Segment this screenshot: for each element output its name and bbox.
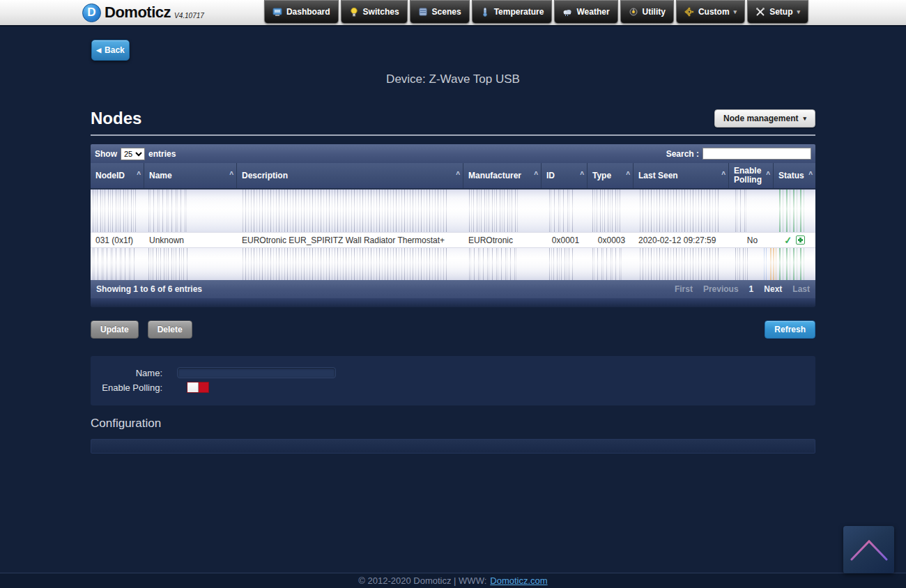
nav-item-weather[interactable]: Weather — [554, 0, 617, 24]
sort-caret-icon: ^ — [137, 170, 141, 179]
show-label: Show — [95, 149, 117, 159]
scroll-to-top-button[interactable] — [843, 526, 894, 573]
node-management-label: Node management — [723, 114, 798, 123]
sort-caret-icon: ^ — [721, 170, 725, 179]
pagination-first[interactable]: First — [675, 284, 693, 294]
blurred-warning-icon — [770, 248, 776, 280]
configuration-title: Configuration — [91, 417, 815, 431]
section-divider — [91, 134, 815, 136]
column-header-name[interactable]: Name^ — [144, 163, 237, 188]
pagination-last[interactable]: Last — [792, 284, 810, 294]
nav-label: Utility — [643, 7, 666, 17]
chevron-up-icon — [847, 536, 891, 564]
name-field[interactable] — [177, 367, 336, 378]
name-field-label: Name: — [91, 368, 162, 378]
nodes-section-title: Nodes — [91, 109, 141, 128]
domoticz-logo: D Domoticz V4.10717 — [82, 0, 204, 25]
table-toolbar: Show 25 entries Search : — [91, 144, 815, 163]
cell-description: EUROtronic EUR_SPIRITZ Wall Radiator The… — [237, 235, 463, 245]
cell-id: 0x0001 — [542, 235, 588, 245]
gear-icon — [684, 7, 694, 17]
logo-text: Domoticz — [105, 3, 171, 22]
page-footer: © 2012-2020 Domoticz | WWW: Domoticz.com — [0, 573, 906, 588]
nav-label: Custom — [698, 7, 730, 17]
sort-caret-icon: ^ — [580, 170, 584, 179]
cell-name: Unknown — [144, 235, 237, 245]
page-title: Device: Z-Wave Top USB — [0, 72, 906, 86]
nav-item-dashboard[interactable]: Dashboard — [264, 0, 339, 24]
lightbulb-icon — [349, 7, 359, 17]
page-length-control: Show 25 entries — [95, 148, 176, 160]
toggle-off-track — [199, 382, 208, 392]
sort-caret-icon: ^ — [456, 170, 460, 179]
nav-item-switches[interactable]: Switches — [341, 0, 408, 24]
column-header-lastseen[interactable]: Last Seen^ — [634, 163, 729, 188]
nav-item-setup[interactable]: Setup ▾ — [747, 0, 808, 24]
table-actions: Update Delete Refresh — [91, 320, 815, 339]
chevron-down-icon: ▾ — [803, 115, 806, 122]
enable-polling-toggle[interactable] — [187, 382, 209, 393]
nav-label: Dashboard — [286, 7, 330, 17]
back-arrow-icon: ◀ — [96, 47, 101, 54]
cell-enable-polling: No — [729, 235, 774, 245]
search-label: Search : — [666, 149, 699, 159]
cell-status: ✓ — [774, 235, 815, 246]
node-management-button[interactable]: Node management ▾ — [714, 109, 815, 127]
nav-item-temperature[interactable]: Temperature — [472, 0, 553, 24]
column-header-description[interactable]: Description^ — [237, 163, 463, 188]
pagination: First Previous 1 Next Last — [675, 284, 810, 294]
pagination-previous[interactable]: Previous — [703, 284, 739, 294]
sort-caret-icon: ^ — [766, 170, 770, 179]
column-header-manufacturer[interactable]: Manufacturer^ — [463, 163, 542, 188]
table-footer-bar: Showing 1 to 6 of 6 entries First Previo… — [91, 280, 815, 298]
entries-label: entries — [148, 149, 176, 159]
blurred-table-rows-top — [91, 188, 815, 232]
sort-caret-icon: ^ — [229, 170, 233, 179]
column-header-status[interactable]: Status^ — [774, 163, 815, 188]
delete-button[interactable]: Delete — [148, 320, 192, 339]
update-button[interactable]: Update — [91, 320, 139, 339]
configuration-panel — [91, 439, 815, 454]
tools-icon — [755, 7, 765, 17]
add-node-icon[interactable] — [796, 235, 805, 245]
cloud-icon — [562, 7, 572, 17]
node-edit-panel: Name: Enable Polling: — [91, 356, 815, 405]
column-header-nodeid[interactable]: NodeID^ — [91, 163, 144, 188]
column-header-type[interactable]: Type^ — [588, 163, 634, 188]
gauge-icon — [629, 7, 638, 17]
cell-lastseen: 2020-02-12 09:27:59 — [634, 235, 729, 245]
domoticz-link[interactable]: Domoticz.com — [490, 575, 547, 586]
main-content: Nodes Node management ▾ Show 25 entries … — [91, 109, 815, 454]
scenes-icon — [418, 7, 428, 17]
page-length-select[interactable]: 25 — [121, 148, 145, 160]
table-info-text: Showing 1 to 6 of 6 entries — [96, 284, 202, 294]
column-header-id[interactable]: ID^ — [542, 163, 588, 188]
back-button[interactable]: ◀ Back — [91, 40, 130, 61]
nodes-table: Show 25 entries Search : NodeID^ Name^ D… — [91, 144, 815, 307]
blurred-status-icons — [779, 189, 806, 232]
thermometer-icon — [480, 7, 490, 17]
nav-item-scenes[interactable]: Scenes — [410, 0, 470, 24]
nav-item-utility[interactable]: Utility — [620, 0, 674, 24]
top-navbar: D Domoticz V4.10717 Dashboard Switches S… — [0, 0, 906, 26]
nav-item-custom[interactable]: Custom ▾ — [676, 0, 745, 24]
sort-caret-icon: ^ — [808, 170, 813, 179]
domoticz-logo-icon: D — [82, 3, 101, 22]
cell-type: 0x0003 — [588, 235, 634, 245]
column-header-enable-polling[interactable]: Enable Polling^ — [729, 163, 774, 188]
chevron-down-icon: ▾ — [797, 8, 800, 15]
blurred-table-rows-bottom — [91, 248, 815, 280]
pagination-page-1[interactable]: 1 — [749, 284, 754, 294]
sort-caret-icon: ^ — [534, 170, 538, 179]
refresh-button[interactable]: Refresh — [765, 320, 815, 339]
pagination-next[interactable]: Next — [764, 284, 782, 294]
copyright-text: © 2012-2020 Domoticz | WWW: — [358, 575, 486, 586]
search-input[interactable] — [702, 148, 811, 160]
table-row[interactable]: 031 (0x1f) Unknown EUROtronic EUR_SPIRIT… — [91, 232, 815, 248]
table-bottom-strip — [91, 298, 815, 307]
dashboard-icon — [272, 7, 282, 17]
cell-nodeid: 031 (0x1f) — [91, 235, 144, 245]
table-header-row: NodeID^ Name^ Description^ Manufacturer^… — [91, 163, 815, 188]
toggle-handle — [187, 382, 199, 392]
nav-menu: Dashboard Switches Scenes Temperature We… — [264, 0, 906, 25]
